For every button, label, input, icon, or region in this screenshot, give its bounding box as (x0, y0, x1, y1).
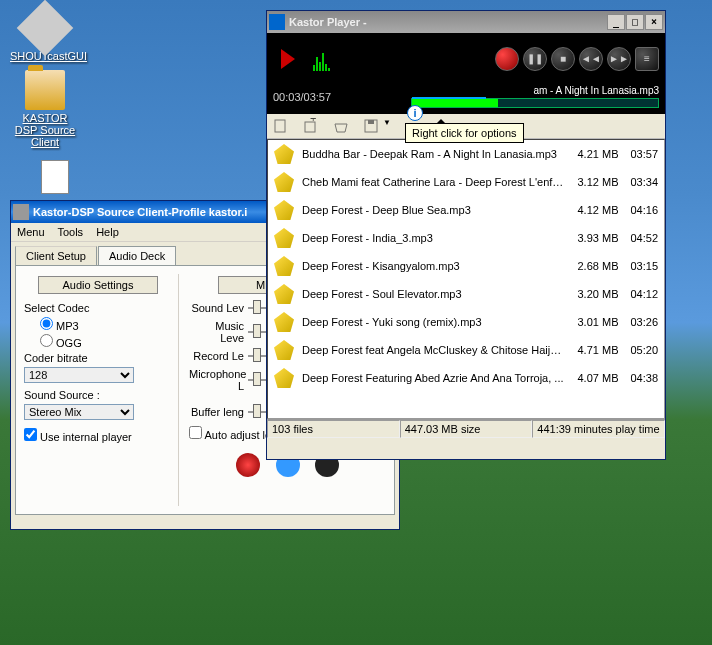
remove-icon[interactable] (333, 118, 349, 134)
menu-help[interactable]: Help (96, 226, 119, 238)
radio-mp3[interactable] (40, 317, 53, 330)
track-duration: 04:38 (630, 372, 658, 384)
track-size: 3.93 MB (578, 232, 619, 244)
save-icon[interactable] (363, 118, 379, 134)
track-size: 3.20 MB (578, 288, 619, 300)
status-time: 441:39 minutes play time (532, 420, 665, 438)
desktop-icon-label: KASTOR DSP Source Client (10, 112, 80, 148)
document-icon (41, 160, 69, 194)
audio-file-icon (274, 172, 294, 192)
stop-button[interactable]: ■ (551, 47, 575, 71)
track-name: Deep Forest - Yuki song (remix).mp3 (302, 316, 566, 328)
playlist-row[interactable]: Deep Forest Featuring Abed Azrie And Ana… (268, 364, 664, 392)
playlist-row[interactable]: Deep Forest - Kisangyalom.mp32.68 MB03:1… (268, 252, 664, 280)
auto-adjust-checkbox[interactable] (189, 426, 202, 439)
play-button[interactable] (281, 49, 295, 69)
playlist[interactable]: Buddha Bar - Deepak Ram - A Night In Lan… (267, 139, 665, 419)
menu-tools[interactable]: Tools (57, 226, 83, 238)
player-display: ❚❚ ■ ◄◄ ►► ≡ 00:03/03:57 am - A Night In… (267, 33, 665, 114)
status-size: 447.03 MB size (400, 420, 533, 438)
track-size: 3.01 MB (578, 316, 619, 328)
track-duration: 04:52 (630, 232, 658, 244)
record-icon[interactable] (236, 453, 260, 477)
audio-file-icon (274, 144, 294, 164)
close-button[interactable]: × (645, 14, 663, 30)
playlist-row[interactable]: Deep Forest - Soul Elevator.mp33.20 MB04… (268, 280, 664, 308)
track-size: 2.68 MB (578, 260, 619, 272)
track-duration: 03:34 (630, 176, 658, 188)
new-icon[interactable] (273, 118, 289, 134)
audio-file-icon (274, 312, 294, 332)
record-button[interactable] (495, 47, 519, 71)
playlist-row[interactable]: Deep Forest - Deep Blue Sea.mp34.12 MB04… (268, 196, 664, 224)
coder-bitrate-label: Coder bitrate (24, 352, 172, 364)
add-icon[interactable]: + (303, 118, 319, 134)
track-duration: 05:20 (630, 344, 658, 356)
track-name: Buddha Bar - Deepak Ram - A Night In Lan… (302, 148, 566, 160)
playlist-row[interactable]: Cheb Mami feat Catherine Lara - Deep For… (268, 168, 664, 196)
dropdown-arrow-icon[interactable]: ▼ (383, 118, 391, 134)
audio-file-icon (274, 256, 294, 276)
audio-file-icon (274, 368, 294, 388)
track-duration: 04:16 (630, 204, 658, 216)
tooltip: Right click for options (405, 123, 524, 143)
player-titlebar[interactable]: Kastor Player - _ □ × (267, 11, 665, 33)
audio-file-icon (274, 200, 294, 220)
audio-file-icon (274, 228, 294, 248)
status-bar: 103 files 447.03 MB size 441:39 minutes … (267, 419, 665, 438)
folder-icon (25, 70, 65, 110)
playlist-row[interactable]: Buddha Bar - Deepak Ram - A Night In Lan… (268, 140, 664, 168)
track-name: Deep Forest - Soul Elevator.mp3 (302, 288, 566, 300)
menu-menu[interactable]: Menu (17, 226, 45, 238)
svg-rect-0 (275, 120, 285, 132)
maximize-button[interactable]: □ (626, 14, 644, 30)
shoutcast-icon (17, 0, 74, 56)
track-name: Deep Forest Featuring Abed Azrie And Ana… (302, 372, 566, 384)
bitrate-select[interactable]: 128 (24, 367, 134, 383)
next-button[interactable]: ►► (607, 47, 631, 71)
track-size: 4.21 MB (578, 148, 619, 160)
radio-ogg[interactable] (40, 334, 53, 347)
desktop-icon-kastor-dsp[interactable]: KASTOR DSP Source Client (10, 70, 80, 148)
progress-bar[interactable] (411, 98, 659, 108)
track-duration: 03:26 (630, 316, 658, 328)
audio-file-icon (274, 340, 294, 360)
sound-source-label: Sound Source : (24, 389, 172, 401)
track-name: Deep Forest - Deep Blue Sea.mp3 (302, 204, 566, 216)
use-internal-checkbox[interactable] (24, 428, 37, 441)
pause-button[interactable]: ❚❚ (523, 47, 547, 71)
track-duration: 03:15 (630, 260, 658, 272)
tab-client-setup[interactable]: Client Setup (15, 246, 97, 265)
sound-source-select[interactable]: Stereo Mix (24, 404, 134, 420)
prev-button[interactable]: ◄◄ (579, 47, 603, 71)
audio-settings-button[interactable]: Audio Settings (38, 276, 158, 294)
status-files: 103 files (267, 420, 400, 438)
minimize-button[interactable]: _ (607, 14, 625, 30)
track-name: Deep Forest - India_3.mp3 (302, 232, 566, 244)
visualizer (313, 47, 353, 71)
playlist-row[interactable]: Deep Forest - India_3.mp33.93 MB04:52 (268, 224, 664, 252)
desktop-icon-shoutcast[interactable]: SHOUTcastGUI (10, 8, 80, 62)
tab-audio-deck[interactable]: Audio Deck (98, 246, 176, 265)
desktop-icon-document[interactable] (20, 160, 90, 196)
playlist-row[interactable]: Deep Forest feat Angela McCluskey & Chit… (268, 336, 664, 364)
app-icon (13, 204, 29, 220)
track-name: Cheb Mami feat Catherine Lara - Deep For… (302, 176, 566, 188)
select-codec-label: Select Codec (24, 302, 172, 314)
window-title: Kastor Player - (289, 16, 606, 28)
kastor-player-window: Kastor Player - _ □ × ❚❚ ■ ◄◄ ►► ≡ 00:03… (266, 10, 666, 460)
svg-text:+: + (310, 118, 316, 124)
svg-rect-4 (368, 120, 374, 124)
track-size: 4.71 MB (578, 344, 619, 356)
playlist-button[interactable]: ≡ (635, 47, 659, 71)
track-name: Deep Forest - Kisangyalom.mp3 (302, 260, 566, 272)
info-icon: i (407, 105, 423, 121)
playlist-row[interactable]: Deep Forest - Yuki song (remix).mp33.01 … (268, 308, 664, 336)
audio-file-icon (274, 284, 294, 304)
app-icon (269, 14, 285, 30)
track-size: 4.07 MB (578, 372, 619, 384)
track-duration: 03:57 (630, 148, 658, 160)
track-marquee: am - A Night In Lanasia.mp3 (411, 85, 659, 96)
time-display: 00:03/03:57 (273, 91, 331, 103)
track-duration: 04:12 (630, 288, 658, 300)
